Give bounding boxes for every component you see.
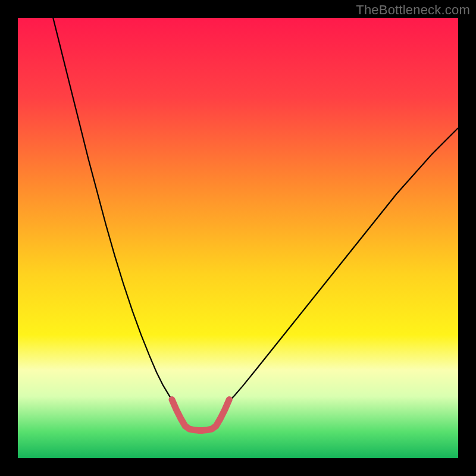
plot-area xyxy=(18,18,458,458)
chart-svg xyxy=(18,18,458,458)
watermark-text: TheBottleneck.com xyxy=(356,2,470,18)
chart-frame: TheBottleneck.com xyxy=(0,0,476,476)
